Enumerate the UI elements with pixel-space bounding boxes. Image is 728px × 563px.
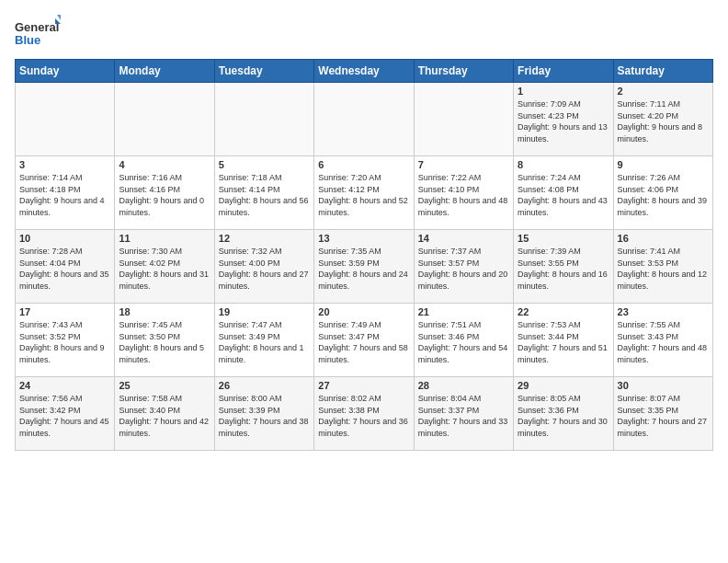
calendar-week-row: 24Sunrise: 7:56 AM Sunset: 3:42 PM Dayli…	[16, 377, 713, 451]
calendar-cell: 5Sunrise: 7:18 AM Sunset: 4:14 PM Daylig…	[214, 156, 313, 230]
day-number: 13	[318, 233, 409, 244]
day-number: 19	[219, 306, 310, 317]
calendar-cell: 7Sunrise: 7:22 AM Sunset: 4:10 PM Daylig…	[414, 156, 513, 230]
day-info: Sunrise: 7:43 AM Sunset: 3:52 PM Dayligh…	[19, 319, 110, 365]
weekday-header: Saturday	[613, 60, 712, 83]
calendar-cell	[115, 83, 214, 156]
day-info: Sunrise: 7:26 AM Sunset: 4:06 PM Dayligh…	[618, 172, 709, 218]
weekday-header: Friday	[514, 60, 613, 83]
svg-text:General: General	[15, 20, 59, 34]
day-info: Sunrise: 7:16 AM Sunset: 4:16 PM Dayligh…	[119, 172, 210, 218]
calendar-cell: 11Sunrise: 7:30 AM Sunset: 4:02 PM Dayli…	[115, 230, 214, 304]
day-number: 18	[119, 306, 210, 317]
day-number: 23	[618, 306, 709, 317]
weekday-header: Tuesday	[214, 60, 313, 83]
calendar-cell: 14Sunrise: 7:37 AM Sunset: 3:57 PM Dayli…	[414, 230, 513, 304]
calendar-cell: 13Sunrise: 7:35 AM Sunset: 3:59 PM Dayli…	[314, 230, 414, 304]
day-number: 3	[19, 159, 110, 170]
weekday-header: Wednesday	[314, 60, 414, 83]
calendar-cell: 24Sunrise: 7:56 AM Sunset: 3:42 PM Dayli…	[16, 377, 115, 451]
day-info: Sunrise: 7:58 AM Sunset: 3:40 PM Dayligh…	[119, 393, 210, 439]
day-number: 1	[518, 86, 609, 97]
day-number: 25	[119, 380, 210, 391]
calendar-cell: 6Sunrise: 7:20 AM Sunset: 4:12 PM Daylig…	[314, 156, 414, 230]
svg-marker-2	[55, 18, 61, 24]
day-number: 29	[518, 380, 609, 391]
calendar-cell: 12Sunrise: 7:32 AM Sunset: 4:00 PM Dayli…	[214, 230, 313, 304]
day-info: Sunrise: 8:02 AM Sunset: 3:38 PM Dayligh…	[318, 393, 409, 439]
calendar-week-row: 1Sunrise: 7:09 AM Sunset: 4:23 PM Daylig…	[16, 83, 713, 156]
day-info: Sunrise: 8:00 AM Sunset: 3:39 PM Dayligh…	[219, 393, 310, 439]
day-info: Sunrise: 7:24 AM Sunset: 4:08 PM Dayligh…	[518, 172, 609, 218]
calendar-table: SundayMondayTuesdayWednesdayThursdayFrid…	[15, 59, 713, 451]
day-info: Sunrise: 8:05 AM Sunset: 3:36 PM Dayligh…	[518, 393, 609, 439]
day-number: 20	[318, 306, 409, 317]
day-number: 24	[19, 380, 110, 391]
day-info: Sunrise: 7:47 AM Sunset: 3:49 PM Dayligh…	[219, 319, 310, 365]
calendar-cell: 25Sunrise: 7:58 AM Sunset: 3:40 PM Dayli…	[115, 377, 214, 451]
calendar-cell: 23Sunrise: 7:55 AM Sunset: 3:43 PM Dayli…	[613, 304, 712, 377]
calendar-week-row: 3Sunrise: 7:14 AM Sunset: 4:18 PM Daylig…	[16, 156, 713, 230]
day-number: 5	[219, 159, 310, 170]
calendar-cell: 10Sunrise: 7:28 AM Sunset: 4:04 PM Dayli…	[16, 230, 115, 304]
day-info: Sunrise: 7:11 AM Sunset: 4:20 PM Dayligh…	[618, 98, 709, 144]
calendar-cell: 20Sunrise: 7:49 AM Sunset: 3:47 PM Dayli…	[314, 304, 414, 377]
calendar-cell: 18Sunrise: 7:45 AM Sunset: 3:50 PM Dayli…	[115, 304, 214, 377]
calendar-cell	[16, 83, 115, 156]
day-number: 21	[418, 306, 509, 317]
day-number: 28	[418, 380, 509, 391]
day-info: Sunrise: 7:22 AM Sunset: 4:10 PM Dayligh…	[418, 172, 509, 218]
day-info: Sunrise: 7:14 AM Sunset: 4:18 PM Dayligh…	[19, 172, 110, 218]
calendar-cell: 22Sunrise: 7:53 AM Sunset: 3:44 PM Dayli…	[514, 304, 613, 377]
calendar-cell: 1Sunrise: 7:09 AM Sunset: 4:23 PM Daylig…	[514, 83, 613, 156]
day-info: Sunrise: 7:56 AM Sunset: 3:42 PM Dayligh…	[19, 393, 110, 439]
logo: General Blue	[15, 15, 61, 52]
day-info: Sunrise: 7:37 AM Sunset: 3:57 PM Dayligh…	[418, 246, 509, 292]
calendar-cell	[414, 83, 513, 156]
calendar-cell: 9Sunrise: 7:26 AM Sunset: 4:06 PM Daylig…	[613, 156, 712, 230]
calendar-cell	[214, 83, 313, 156]
day-number: 30	[618, 380, 709, 391]
day-number: 14	[418, 233, 509, 244]
day-number: 6	[318, 159, 409, 170]
calendar-cell: 21Sunrise: 7:51 AM Sunset: 3:46 PM Dayli…	[414, 304, 513, 377]
svg-text:Blue: Blue	[15, 33, 40, 47]
logo-bird-icon: General Blue	[15, 15, 61, 52]
day-info: Sunrise: 7:35 AM Sunset: 3:59 PM Dayligh…	[318, 246, 409, 292]
day-number: 26	[219, 380, 310, 391]
day-number: 27	[318, 380, 409, 391]
day-info: Sunrise: 8:07 AM Sunset: 3:35 PM Dayligh…	[618, 393, 709, 439]
calendar-cell: 16Sunrise: 7:41 AM Sunset: 3:53 PM Dayli…	[613, 230, 712, 304]
day-number: 12	[219, 233, 310, 244]
day-info: Sunrise: 7:30 AM Sunset: 4:02 PM Dayligh…	[119, 246, 210, 292]
day-info: Sunrise: 7:45 AM Sunset: 3:50 PM Dayligh…	[119, 319, 210, 365]
day-number: 2	[618, 86, 709, 97]
day-info: Sunrise: 7:32 AM Sunset: 4:00 PM Dayligh…	[219, 246, 310, 292]
day-info: Sunrise: 7:09 AM Sunset: 4:23 PM Dayligh…	[518, 98, 609, 144]
day-info: Sunrise: 7:20 AM Sunset: 4:12 PM Dayligh…	[318, 172, 409, 218]
weekday-header-row: SundayMondayTuesdayWednesdayThursdayFrid…	[16, 60, 713, 83]
header: General Blue	[15, 15, 713, 52]
calendar-cell: 2Sunrise: 7:11 AM Sunset: 4:20 PM Daylig…	[613, 83, 712, 156]
day-info: Sunrise: 7:39 AM Sunset: 3:55 PM Dayligh…	[518, 246, 609, 292]
calendar-cell: 4Sunrise: 7:16 AM Sunset: 4:16 PM Daylig…	[115, 156, 214, 230]
calendar-week-row: 10Sunrise: 7:28 AM Sunset: 4:04 PM Dayli…	[16, 230, 713, 304]
day-number: 7	[418, 159, 509, 170]
calendar-cell: 19Sunrise: 7:47 AM Sunset: 3:49 PM Dayli…	[214, 304, 313, 377]
day-number: 11	[119, 233, 210, 244]
weekday-header: Monday	[115, 60, 214, 83]
day-number: 22	[518, 306, 609, 317]
weekday-header: Sunday	[16, 60, 115, 83]
day-info: Sunrise: 7:53 AM Sunset: 3:44 PM Dayligh…	[518, 319, 609, 365]
calendar-week-row: 17Sunrise: 7:43 AM Sunset: 3:52 PM Dayli…	[16, 304, 713, 377]
calendar-cell	[314, 83, 414, 156]
calendar-cell: 26Sunrise: 8:00 AM Sunset: 3:39 PM Dayli…	[214, 377, 313, 451]
calendar-cell: 28Sunrise: 8:04 AM Sunset: 3:37 PM Dayli…	[414, 377, 513, 451]
calendar-cell: 27Sunrise: 8:02 AM Sunset: 3:38 PM Dayli…	[314, 377, 414, 451]
day-number: 17	[19, 306, 110, 317]
calendar-cell: 3Sunrise: 7:14 AM Sunset: 4:18 PM Daylig…	[16, 156, 115, 230]
calendar-cell: 30Sunrise: 8:07 AM Sunset: 3:35 PM Dayli…	[613, 377, 712, 451]
day-number: 8	[518, 159, 609, 170]
calendar-cell: 8Sunrise: 7:24 AM Sunset: 4:08 PM Daylig…	[514, 156, 613, 230]
day-info: Sunrise: 8:04 AM Sunset: 3:37 PM Dayligh…	[418, 393, 509, 439]
